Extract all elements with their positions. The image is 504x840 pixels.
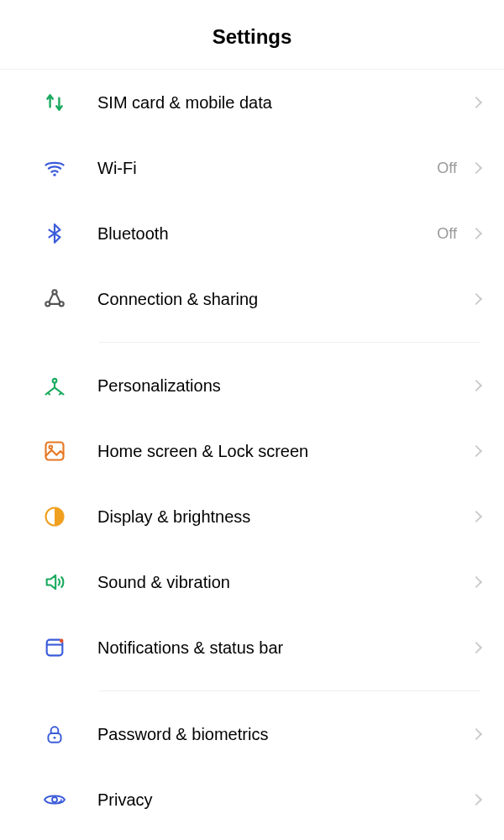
settings-item-display[interactable]: Display & brightness xyxy=(0,484,504,549)
settings-item-privacy[interactable]: Privacy xyxy=(0,767,504,832)
svg-point-6 xyxy=(49,445,52,449)
chevron-right-icon xyxy=(470,293,482,305)
page-header: Settings xyxy=(0,0,504,70)
item-value: Off xyxy=(437,225,457,243)
item-label: Sound & vibration xyxy=(97,573,472,592)
item-label: Personalizations xyxy=(97,376,472,396)
chevron-right-icon xyxy=(470,794,482,806)
item-label: Password & biometrics xyxy=(97,725,472,744)
chevron-right-icon xyxy=(470,728,482,740)
svg-point-11 xyxy=(54,737,56,739)
settings-item-notifications[interactable]: Notifications & status bar xyxy=(0,615,504,680)
wifi-icon xyxy=(40,154,69,182)
divider xyxy=(99,690,480,691)
item-label: Wi-Fi xyxy=(97,159,437,178)
svg-point-9 xyxy=(60,639,64,643)
item-label: Connection & sharing xyxy=(97,290,472,309)
chevron-right-icon xyxy=(470,162,482,174)
item-label: SIM card & mobile data xyxy=(97,93,472,113)
lock-icon xyxy=(40,720,69,748)
settings-item-password[interactable]: Password & biometrics xyxy=(0,701,504,767)
chevron-right-icon xyxy=(470,642,482,654)
svg-point-0 xyxy=(53,174,55,176)
sound-icon xyxy=(40,568,69,596)
settings-item-homescreen[interactable]: Home screen & Lock screen xyxy=(0,418,504,484)
chevron-right-icon xyxy=(470,445,482,457)
chevron-right-icon xyxy=(470,511,482,522)
bluetooth-icon xyxy=(40,219,69,248)
item-label: Bluetooth xyxy=(97,224,437,244)
item-label: Display & brightness xyxy=(97,507,472,527)
chevron-right-icon xyxy=(470,228,482,239)
item-label: Home screen & Lock screen xyxy=(97,442,472,461)
chevron-right-icon xyxy=(470,97,482,108)
settings-list: SIM card & mobile data Wi-Fi Off Bluetoo… xyxy=(0,70,504,832)
settings-item-personalization[interactable]: Personalizations xyxy=(0,353,504,418)
page-title: Settings xyxy=(0,25,504,49)
item-label: Privacy xyxy=(97,790,472,810)
display-brightness-icon xyxy=(40,502,69,531)
svg-point-12 xyxy=(52,797,57,802)
connection-icon xyxy=(40,285,69,313)
privacy-icon xyxy=(40,785,69,814)
settings-item-sim[interactable]: SIM card & mobile data xyxy=(0,70,504,135)
item-value: Off xyxy=(437,160,457,177)
notifications-icon xyxy=(40,633,69,662)
settings-item-wifi[interactable]: Wi-Fi Off xyxy=(0,135,504,201)
personalization-icon xyxy=(40,371,69,400)
settings-item-sound[interactable]: Sound & vibration xyxy=(0,549,504,615)
settings-item-bluetooth[interactable]: Bluetooth Off xyxy=(0,201,504,266)
chevron-right-icon xyxy=(470,380,482,391)
homescreen-icon xyxy=(40,437,69,465)
settings-item-connection[interactable]: Connection & sharing xyxy=(0,266,504,332)
mobile-data-icon xyxy=(40,88,69,117)
divider xyxy=(99,342,480,343)
chevron-right-icon xyxy=(470,576,482,588)
item-label: Notifications & status bar xyxy=(97,638,472,658)
